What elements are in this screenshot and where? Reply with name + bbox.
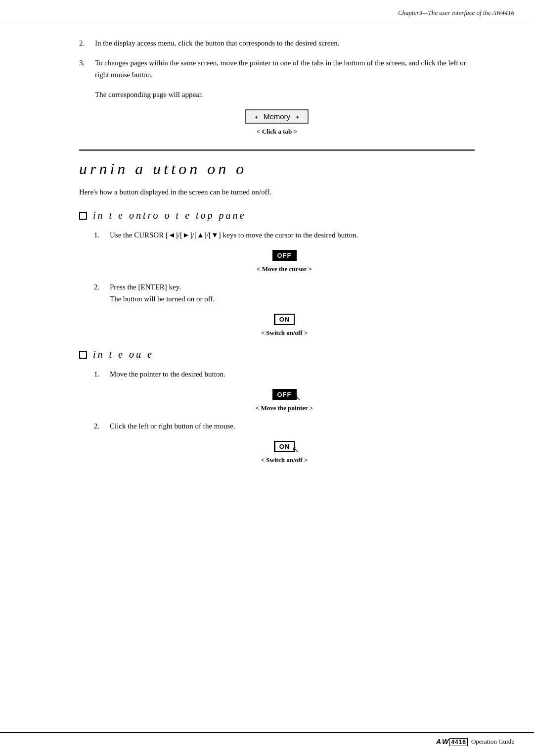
list-item-3: 3. To changes pages within the same scre… — [79, 57, 475, 81]
switch-onoff-caption-1: < Switch on/off > — [94, 329, 475, 337]
checkbox-icon — [79, 212, 87, 220]
off-button-wrapper-2: OFF ↖ — [272, 389, 297, 400]
section-heading: urnin a utton on o — [79, 160, 475, 178]
page-header: Chapter3—The user interface of the AW441… — [0, 0, 534, 22]
off-button-figure-2: OFF ↖ — [94, 389, 475, 400]
s1-list-content-2: Press the [ENTER] key. The button will b… — [110, 281, 475, 305]
subsection2-content: 1. Move the pointer to the desired butto… — [94, 368, 475, 464]
memory-tab-figure: Memory — [79, 109, 475, 124]
s1-list-number-1: 1. — [94, 229, 104, 241]
subsection1-list: 1. Use the CURSOR [◄]/[►]/[▲]/[▼] keys t… — [94, 229, 475, 241]
memory-tab[interactable]: Memory — [245, 109, 309, 124]
on-button-figure-2: ON ↖ — [94, 441, 475, 452]
checkbox-icon-2 — [79, 351, 87, 359]
s1-list-content-1: Use the CURSOR [◄]/[►]/[▲]/[▼] keys to m… — [110, 229, 475, 241]
subsection1-label: in t e ontro o t e top pane — [93, 210, 246, 221]
page-container: Chapter3—The user interface of the AW441… — [0, 0, 534, 756]
list-content-3: To changes pages within the same screen,… — [95, 57, 475, 81]
footer-text: Operation Guide — [471, 738, 514, 746]
main-content: 2. In the display access menu, click the… — [0, 22, 534, 481]
subsection2-label: in t e ou e — [93, 349, 154, 360]
subsection2-list: 1. Move the pointer to the desired butto… — [94, 368, 475, 380]
on-button-figure-1: ON — [94, 314, 475, 325]
off-button-1: OFF — [272, 250, 297, 261]
cursor-arrow-icon-2: ↖ — [292, 445, 299, 454]
subsection1-heading: in t e ontro o t e top pane — [79, 210, 475, 221]
subsection2-item-1: 1. Move the pointer to the desired butto… — [94, 368, 475, 380]
on-button-1: ON — [274, 314, 295, 325]
page-footer: AW4416 Operation Guide — [0, 732, 534, 746]
move-cursor-caption: < Move the cursor > — [94, 265, 475, 273]
subsection2-heading: in t e ou e — [79, 349, 475, 360]
memory-tab-label: Memory — [264, 112, 290, 121]
subsection1-list-2: 2. Press the [ENTER] key. The button wil… — [94, 281, 475, 305]
s2-list-number-1: 1. — [94, 368, 104, 380]
intro-list: 2. In the display access menu, click the… — [79, 37, 475, 81]
list-content-2: In the display access menu, click the bu… — [95, 37, 475, 49]
s2-list-content-1: Move the pointer to the desired button. — [110, 368, 475, 380]
off-button-figure-1: OFF — [94, 250, 475, 261]
header-text: Chapter3—The user interface of the AW441… — [398, 9, 514, 16]
click-a-tab-caption: < Click a tab > — [79, 128, 475, 136]
section-intro: Here's how a button displayed in the scr… — [79, 186, 475, 198]
switch-onoff-caption-2: < Switch on/off > — [94, 456, 475, 464]
cursor-arrow-icon: ↖ — [294, 393, 301, 402]
subsection2-item-2: 2. Click the left or right button of the… — [94, 420, 475, 432]
on-button-2: ON — [274, 441, 295, 452]
on-button-wrapper-2: ON ↖ — [274, 441, 295, 452]
move-pointer-caption: < Move the pointer > — [94, 404, 475, 412]
s2-list-content-2: Click the left or right button of the mo… — [110, 420, 475, 432]
note-text: The corresponding page will appear. — [95, 89, 475, 100]
subsection1-item-2: 2. Press the [ENTER] key. The button wil… — [94, 281, 475, 305]
off-button-2: OFF — [272, 389, 297, 400]
s2-list-number-2: 2. — [94, 420, 104, 432]
list-number-3: 3. — [79, 57, 89, 81]
footer-logo: AW4416 — [436, 738, 468, 746]
s1-subtext-2: The button will be turned on or off. — [110, 295, 215, 303]
subsection1-item-1: 1. Use the CURSOR [◄]/[►]/[▲]/[▼] keys t… — [94, 229, 475, 241]
s1-list-number-2: 2. — [94, 281, 104, 305]
list-item-2: 2. In the display access menu, click the… — [79, 37, 475, 49]
subsection1-content: 1. Use the CURSOR [◄]/[►]/[▲]/[▼] keys t… — [94, 229, 475, 337]
section-divider — [79, 149, 475, 151]
list-number-2: 2. — [79, 37, 89, 49]
subsection2-list-2: 2. Click the left or right button of the… — [94, 420, 475, 432]
